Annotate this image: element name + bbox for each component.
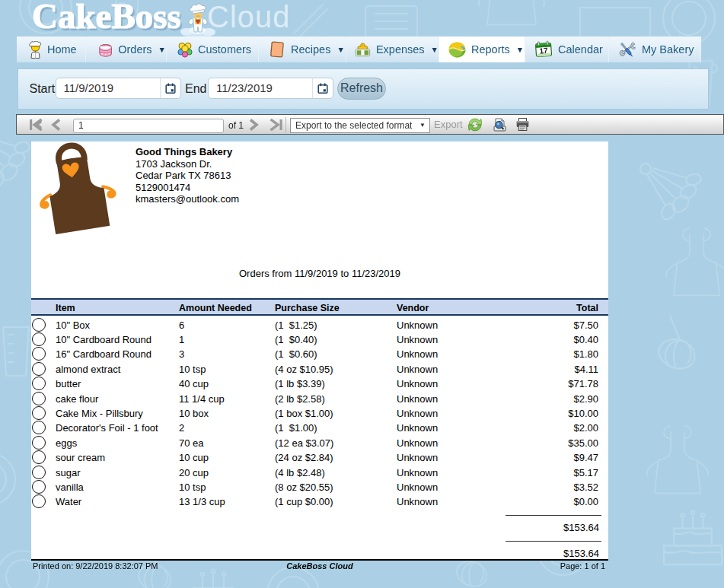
svg-text:17: 17	[539, 46, 548, 56]
